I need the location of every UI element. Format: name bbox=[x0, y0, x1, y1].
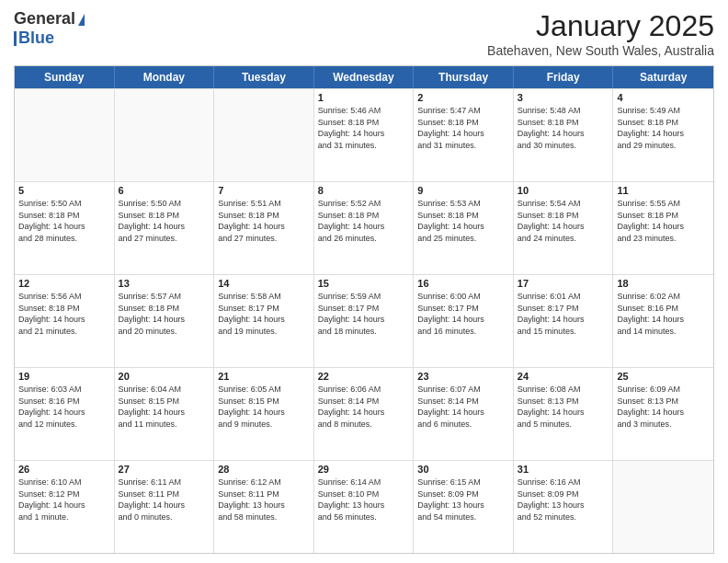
day-number: 16 bbox=[417, 278, 509, 289]
cell-info: Sunrise: 5:57 AMSunset: 8:18 PMDaylight:… bbox=[119, 291, 210, 337]
day-number: 15 bbox=[318, 278, 410, 289]
calendar-cell-4-5: 31Sunrise: 6:16 AMSunset: 8:09 PMDayligh… bbox=[514, 461, 614, 553]
calendar-cell-4-2: 28Sunrise: 6:12 AMSunset: 8:11 PMDayligh… bbox=[214, 461, 314, 553]
day-number: 17 bbox=[518, 278, 609, 289]
calendar-cell-4-4: 30Sunrise: 6:15 AMSunset: 8:09 PMDayligh… bbox=[414, 461, 514, 553]
cell-info: Sunrise: 6:06 AMSunset: 8:14 PMDaylight:… bbox=[318, 384, 410, 430]
day-number: 8 bbox=[318, 185, 410, 196]
month-title: January 2025 bbox=[487, 9, 714, 43]
calendar-row-1: 5Sunrise: 5:50 AMSunset: 8:18 PMDaylight… bbox=[15, 181, 713, 274]
day-number: 4 bbox=[617, 92, 710, 103]
page: General Blue January 2025 Batehaven, New… bbox=[0, 0, 728, 563]
calendar-cell-2-4: 16Sunrise: 6:00 AMSunset: 8:17 PMDayligh… bbox=[414, 275, 514, 367]
header-friday: Friday bbox=[514, 66, 614, 88]
header-saturday: Saturday bbox=[613, 66, 713, 88]
calendar: Sunday Monday Tuesday Wednesday Thursday… bbox=[14, 65, 714, 554]
day-number: 23 bbox=[417, 371, 509, 382]
cell-info: Sunrise: 6:15 AMSunset: 8:09 PMDaylight:… bbox=[417, 477, 509, 523]
day-number: 18 bbox=[617, 278, 710, 289]
header-wednesday: Wednesday bbox=[314, 66, 415, 88]
calendar-cell-3-6: 25Sunrise: 6:09 AMSunset: 8:13 PMDayligh… bbox=[613, 368, 713, 460]
cell-info: Sunrise: 6:16 AMSunset: 8:09 PMDaylight:… bbox=[518, 477, 609, 523]
logo-general: General bbox=[14, 9, 75, 29]
day-number: 13 bbox=[119, 278, 210, 289]
cell-info: Sunrise: 5:47 AMSunset: 8:18 PMDaylight:… bbox=[417, 105, 509, 151]
cell-info: Sunrise: 6:10 AMSunset: 8:12 PMDaylight:… bbox=[18, 477, 110, 523]
cell-info: Sunrise: 6:08 AMSunset: 8:13 PMDaylight:… bbox=[518, 384, 609, 430]
cell-info: Sunrise: 5:49 AMSunset: 8:18 PMDaylight:… bbox=[617, 105, 710, 151]
day-number: 12 bbox=[18, 278, 110, 289]
day-number: 22 bbox=[318, 371, 410, 382]
header-monday: Monday bbox=[115, 66, 215, 88]
cell-info: Sunrise: 6:11 AMSunset: 8:11 PMDaylight:… bbox=[119, 477, 210, 523]
day-number: 2 bbox=[417, 92, 509, 103]
location-title: Batehaven, New South Wales, Australia bbox=[487, 43, 714, 58]
title-area: January 2025 Batehaven, New South Wales,… bbox=[487, 9, 714, 58]
day-number: 30 bbox=[417, 464, 509, 475]
calendar-cell-1-5: 10Sunrise: 5:54 AMSunset: 8:18 PMDayligh… bbox=[514, 182, 614, 274]
calendar-cell-1-6: 11Sunrise: 5:55 AMSunset: 8:18 PMDayligh… bbox=[613, 182, 713, 274]
day-number: 20 bbox=[119, 371, 210, 382]
calendar-cell-0-1 bbox=[115, 89, 215, 181]
calendar-cell-4-6 bbox=[613, 461, 713, 553]
calendar-body: 1Sunrise: 5:46 AMSunset: 8:18 PMDaylight… bbox=[15, 88, 713, 553]
cell-info: Sunrise: 6:14 AMSunset: 8:10 PMDaylight:… bbox=[318, 477, 410, 523]
cell-info: Sunrise: 6:01 AMSunset: 8:17 PMDaylight:… bbox=[518, 291, 609, 337]
day-number: 1 bbox=[318, 92, 410, 103]
cell-info: Sunrise: 6:02 AMSunset: 8:16 PMDaylight:… bbox=[617, 291, 710, 337]
header-tuesday: Tuesday bbox=[214, 66, 314, 88]
calendar-cell-2-3: 15Sunrise: 5:59 AMSunset: 8:17 PMDayligh… bbox=[314, 275, 415, 367]
day-number: 27 bbox=[119, 464, 210, 475]
calendar-cell-3-0: 19Sunrise: 6:03 AMSunset: 8:16 PMDayligh… bbox=[15, 368, 115, 460]
cell-info: Sunrise: 5:48 AMSunset: 8:18 PMDaylight:… bbox=[518, 105, 609, 151]
calendar-cell-2-6: 18Sunrise: 6:02 AMSunset: 8:16 PMDayligh… bbox=[613, 275, 713, 367]
cell-info: Sunrise: 5:59 AMSunset: 8:17 PMDaylight:… bbox=[318, 291, 410, 337]
cell-info: Sunrise: 5:52 AMSunset: 8:18 PMDaylight:… bbox=[318, 198, 410, 244]
header: General Blue January 2025 Batehaven, New… bbox=[14, 9, 714, 58]
cell-info: Sunrise: 5:50 AMSunset: 8:18 PMDaylight:… bbox=[119, 198, 210, 244]
calendar-cell-1-2: 7Sunrise: 5:51 AMSunset: 8:18 PMDaylight… bbox=[214, 182, 314, 274]
day-number: 28 bbox=[218, 464, 310, 475]
cell-info: Sunrise: 5:54 AMSunset: 8:18 PMDaylight:… bbox=[518, 198, 609, 244]
calendar-cell-3-2: 21Sunrise: 6:05 AMSunset: 8:15 PMDayligh… bbox=[214, 368, 314, 460]
cell-info: Sunrise: 6:04 AMSunset: 8:15 PMDaylight:… bbox=[119, 384, 210, 430]
calendar-cell-1-0: 5Sunrise: 5:50 AMSunset: 8:18 PMDaylight… bbox=[15, 182, 115, 274]
calendar-cell-0-4: 2Sunrise: 5:47 AMSunset: 8:18 PMDaylight… bbox=[414, 89, 514, 181]
calendar-cell-1-3: 8Sunrise: 5:52 AMSunset: 8:18 PMDaylight… bbox=[314, 182, 415, 274]
day-number: 26 bbox=[18, 464, 110, 475]
day-number: 5 bbox=[18, 185, 110, 196]
calendar-cell-0-2 bbox=[214, 89, 314, 181]
calendar-cell-0-0 bbox=[15, 89, 115, 181]
calendar-cell-0-6: 4Sunrise: 5:49 AMSunset: 8:18 PMDaylight… bbox=[613, 89, 713, 181]
day-number: 10 bbox=[518, 185, 609, 196]
calendar-cell-1-4: 9Sunrise: 5:53 AMSunset: 8:18 PMDaylight… bbox=[414, 182, 514, 274]
cell-info: Sunrise: 5:58 AMSunset: 8:17 PMDaylight:… bbox=[218, 291, 310, 337]
day-number: 14 bbox=[218, 278, 310, 289]
day-number: 3 bbox=[518, 92, 609, 103]
cell-info: Sunrise: 5:50 AMSunset: 8:18 PMDaylight:… bbox=[18, 198, 110, 244]
cell-info: Sunrise: 5:56 AMSunset: 8:18 PMDaylight:… bbox=[18, 291, 110, 337]
calendar-cell-2-2: 14Sunrise: 5:58 AMSunset: 8:17 PMDayligh… bbox=[214, 275, 314, 367]
day-number: 6 bbox=[119, 185, 210, 196]
day-number: 29 bbox=[318, 464, 410, 475]
calendar-cell-2-5: 17Sunrise: 6:01 AMSunset: 8:17 PMDayligh… bbox=[514, 275, 614, 367]
logo-triangle-icon bbox=[78, 14, 85, 26]
day-number: 31 bbox=[518, 464, 609, 475]
header-thursday: Thursday bbox=[414, 66, 514, 88]
day-number: 11 bbox=[617, 185, 710, 196]
calendar-cell-3-1: 20Sunrise: 6:04 AMSunset: 8:15 PMDayligh… bbox=[115, 368, 215, 460]
calendar-cell-0-5: 3Sunrise: 5:48 AMSunset: 8:18 PMDaylight… bbox=[514, 89, 614, 181]
day-number: 7 bbox=[218, 185, 310, 196]
cell-info: Sunrise: 5:53 AMSunset: 8:18 PMDaylight:… bbox=[417, 198, 509, 244]
cell-info: Sunrise: 5:51 AMSunset: 8:18 PMDaylight:… bbox=[218, 198, 310, 244]
day-number: 19 bbox=[18, 371, 110, 382]
calendar-row-2: 12Sunrise: 5:56 AMSunset: 8:18 PMDayligh… bbox=[15, 274, 713, 367]
calendar-cell-3-4: 23Sunrise: 6:07 AMSunset: 8:14 PMDayligh… bbox=[414, 368, 514, 460]
calendar-cell-0-3: 1Sunrise: 5:46 AMSunset: 8:18 PMDaylight… bbox=[314, 89, 415, 181]
calendar-cell-2-0: 12Sunrise: 5:56 AMSunset: 8:18 PMDayligh… bbox=[15, 275, 115, 367]
cell-info: Sunrise: 6:05 AMSunset: 8:15 PMDaylight:… bbox=[218, 384, 310, 430]
cell-info: Sunrise: 6:07 AMSunset: 8:14 PMDaylight:… bbox=[417, 384, 509, 430]
cell-info: Sunrise: 6:03 AMSunset: 8:16 PMDaylight:… bbox=[18, 384, 110, 430]
calendar-cell-4-1: 27Sunrise: 6:11 AMSunset: 8:11 PMDayligh… bbox=[115, 461, 215, 553]
cell-info: Sunrise: 5:46 AMSunset: 8:18 PMDaylight:… bbox=[318, 105, 410, 151]
